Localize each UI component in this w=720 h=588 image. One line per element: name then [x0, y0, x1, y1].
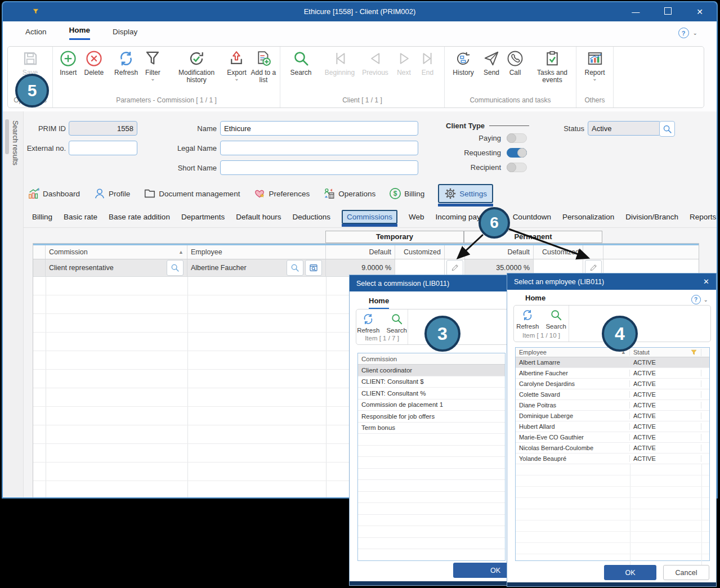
dialog-refresh-button[interactable]: Refresh	[357, 313, 379, 334]
employee-column-header[interactable]: Employee	[187, 245, 326, 259]
maximize-button[interactable]	[664, 2, 672, 21]
tab-operations[interactable]: Operations	[323, 187, 375, 200]
dialog-search-button[interactable]: Search	[386, 313, 406, 334]
ok-button[interactable]: OK	[453, 563, 508, 578]
subtab-default-hours[interactable]: Default hours	[236, 213, 281, 221]
ribbon-group-communications: History Send Call Tasks and events	[445, 47, 576, 107]
employee-name-cell: Marie-Eve CO Gauthier	[516, 434, 630, 441]
employee-row[interactable]: Albertine FaucherACTIVE	[516, 368, 709, 379]
employee-row[interactable]: Nicolas Bernard-CoulombeACTIVE	[516, 443, 709, 454]
beginning-button[interactable]: Beginning	[322, 50, 358, 77]
help-icon[interactable]: ?	[678, 28, 689, 38]
search-results-panel[interactable]: Search results	[3, 111, 24, 497]
external-no-field[interactable]	[69, 141, 137, 155]
dialog-refresh-button[interactable]: Refresh	[516, 309, 539, 330]
cancel-button[interactable]: Cancel	[663, 565, 709, 580]
help-control[interactable]: ? ⌄	[691, 295, 708, 304]
employee-row[interactable]: Hubert AllardACTIVE	[516, 421, 709, 432]
subtab-division-branch[interactable]: Division/Branch	[625, 213, 678, 221]
name-field[interactable]	[220, 121, 418, 136]
employee-row[interactable]: Colette SavardACTIVE	[516, 389, 709, 400]
modification-history-button[interactable]: Modification history	[170, 50, 223, 84]
status-label: Status	[540, 122, 584, 136]
subtab-reports[interactable]: Reports	[690, 213, 716, 221]
dialog-home-tab[interactable]: Home	[369, 297, 389, 309]
tasks-and-events-button[interactable]: Tasks and events	[532, 50, 573, 84]
send-button[interactable]: Send	[480, 50, 503, 77]
tab-profile[interactable]: Profile	[93, 187, 130, 200]
status-field[interactable]	[588, 121, 661, 136]
insert-button[interactable]: Insert	[56, 50, 81, 77]
ok-button[interactable]: OK	[604, 565, 656, 580]
commission-list-item[interactable]: CLIENT: Consultant $	[358, 376, 505, 388]
employee-search-button[interactable]	[287, 260, 303, 276]
employee-row[interactable]: Albert LamarreACTIVE	[516, 357, 709, 368]
commission-list-item[interactable]: CLIENT: Consultant %	[358, 388, 505, 400]
commission-column-header[interactable]: Commission▲	[46, 245, 187, 259]
commission-list-item[interactable]: Commission de placement 1	[358, 400, 505, 411]
previous-button[interactable]: Previous	[360, 50, 391, 77]
row-selector-cell[interactable]	[33, 259, 46, 276]
tab-dashboard[interactable]: Dashboard	[28, 187, 80, 200]
subtab-base-rate-addition[interactable]: Base rate addition	[109, 213, 170, 221]
close-button[interactable]: ✕	[703, 273, 709, 290]
save-button[interactable]: Save	[16, 50, 44, 77]
delete-button[interactable]: Delete	[82, 50, 106, 77]
employee-row[interactable]: Yolande BeaupréACTIVE	[516, 454, 709, 464]
subtab-basic-rate[interactable]: Basic rate	[64, 213, 97, 221]
legal-name-field[interactable]	[220, 141, 418, 155]
commission-list-item[interactable]: Responsible for job offers	[358, 411, 505, 423]
status-search-button[interactable]	[659, 121, 675, 137]
help-control[interactable]: ? ⌄	[678, 28, 697, 38]
temp-default-column-header[interactable]: Default	[326, 245, 395, 259]
menu-tab-display[interactable]: Display	[113, 28, 137, 40]
paying-toggle[interactable]	[507, 133, 527, 143]
tab-billing[interactable]: Billing	[389, 187, 424, 200]
subtab-commissions[interactable]: Commissions	[342, 210, 397, 224]
history-button[interactable]: History	[448, 50, 478, 77]
status-column-header[interactable]: Statut	[630, 349, 701, 356]
employee-cell[interactable]: Albertine Faucher	[187, 259, 326, 276]
report-button[interactable]: Report ⌄	[580, 50, 610, 81]
commission-list-item[interactable]: Term bonus	[358, 423, 505, 434]
close-button[interactable]: ✕	[696, 2, 703, 21]
subtab-web[interactable]: Web	[409, 213, 424, 221]
help-icon[interactable]: ?	[691, 295, 701, 304]
tab-preferences[interactable]: Preferences	[253, 187, 310, 200]
filter-icon[interactable]	[690, 349, 697, 356]
employee-status-cell: ACTIVE	[630, 412, 701, 419]
subtab-deductions[interactable]: Deductions	[292, 213, 330, 221]
export-button[interactable]: Export ⌄	[225, 50, 249, 81]
commission-search-button[interactable]	[167, 260, 184, 276]
employee-row[interactable]: Dominique LabergeACTIVE	[516, 411, 709, 421]
call-button[interactable]: Call	[504, 50, 526, 77]
next-button[interactable]: Next	[393, 50, 415, 77]
employee-row[interactable]: Diane PoitrasACTIVE	[516, 400, 709, 411]
prim-id-field[interactable]	[69, 121, 137, 136]
subtab-billing[interactable]: Billing	[32, 213, 52, 221]
employee-row[interactable]: Carolyne DesjardinsACTIVE	[516, 379, 709, 389]
commission-list-header[interactable]: Commission	[358, 353, 505, 365]
short-name-field[interactable]	[220, 160, 418, 175]
commission-list-item[interactable]: Client coordinator	[358, 365, 505, 376]
menu-tab-action[interactable]: Action	[25, 28, 47, 40]
end-button[interactable]: End	[417, 50, 439, 77]
recipient-toggle[interactable]	[507, 163, 527, 172]
filter-button[interactable]: Filter ⌄	[142, 50, 164, 81]
employee-browse-button[interactable]	[305, 260, 322, 276]
scrollbar-thumb[interactable]	[5, 119, 9, 154]
menu-tab-home[interactable]: Home	[69, 26, 91, 40]
tab-document-management[interactable]: Document management	[144, 187, 240, 200]
temp-default-cell[interactable]: 9.0000 %	[326, 259, 395, 276]
search-button[interactable]: Search	[287, 50, 316, 77]
employee-row[interactable]: Marie-Eve CO GauthierACTIVE	[516, 432, 709, 443]
refresh-button[interactable]: Refresh	[112, 50, 140, 77]
subtab-departments[interactable]: Departments	[181, 213, 225, 221]
add-to-list-button[interactable]: Add to a list	[251, 50, 276, 84]
commission-cell[interactable]: Client representative	[46, 259, 187, 276]
requesting-toggle[interactable]	[507, 148, 527, 158]
dialog-search-button[interactable]: Search	[545, 309, 566, 330]
minimize-button[interactable]: —	[632, 2, 639, 21]
tab-settings[interactable]: Settings	[438, 184, 493, 203]
client-type-group: Client Type	[446, 122, 529, 130]
